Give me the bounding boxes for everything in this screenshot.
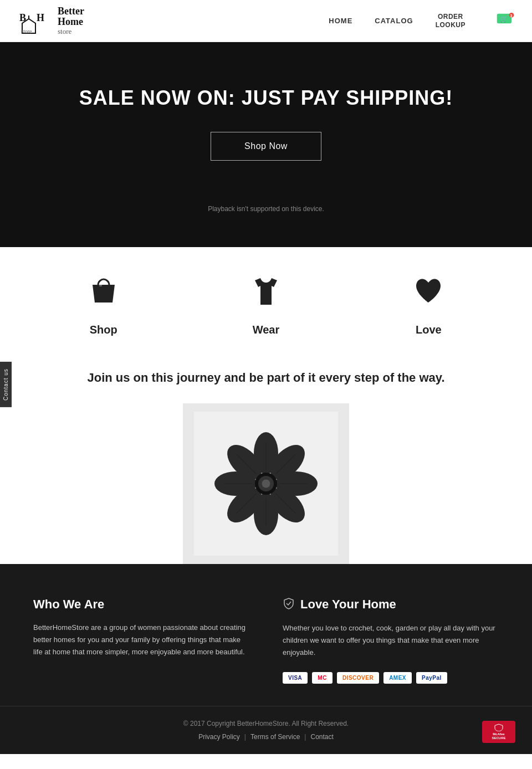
footer-contact-link[interactable]: Contact	[310, 733, 333, 741]
nav-home[interactable]: HOME	[329, 17, 352, 25]
paypal-badge: PayPal	[416, 672, 447, 684]
hero-headline: SALE NOW ON: JUST PAY SHIPPING!	[11, 86, 521, 110]
svg-text:3: 3	[510, 13, 512, 17]
playback-note: Playback isn't supported on this device.	[11, 205, 521, 213]
cart-icon: 🛒 3	[496, 12, 515, 28]
journey-heading: Join us on this journey and be part of i…	[44, 370, 488, 387]
who-we-are-col: Who We Are BetterHomeStore are a group o…	[33, 597, 249, 684]
footer-divider-2: |	[304, 733, 306, 741]
payment-icons: VISA MC DISCOVER AMEX PayPal	[283, 672, 499, 684]
feature-shop: Shop	[22, 275, 185, 336]
svg-text:store: store	[21, 28, 32, 34]
logo-line1: Better	[58, 6, 84, 17]
features-section: Shop Wear Love	[0, 247, 532, 358]
main-nav: B H store Better Home store HOME CATALOG…	[0, 0, 532, 42]
mcafee-badge: McAfeeSECURE	[482, 721, 515, 743]
footer-divider-1: |	[244, 733, 246, 741]
who-we-are-body: BetterHomeStore are a group of women pas…	[33, 622, 249, 658]
love-your-home-col: Love Your Home Whether you love to croch…	[283, 597, 499, 684]
nav-order-lookup[interactable]: ORDER LOOKUP	[436, 13, 466, 29]
visa-badge: VISA	[283, 672, 308, 684]
shop-now-button[interactable]: Shop Now	[211, 132, 321, 161]
cart-button[interactable]: 🛒 3	[496, 12, 515, 30]
footer-privacy-link[interactable]: Privacy Policy	[198, 733, 240, 741]
mastercard-badge: MC	[312, 672, 332, 684]
footer: © 2017 Copyright BetterHomeStore. All Ri…	[0, 706, 532, 754]
svg-point-21	[262, 479, 270, 488]
logo-line3: store	[58, 28, 84, 35]
shop-label: Shop	[33, 324, 173, 336]
dark-info-section: Who We Are BetterHomeStore are a group o…	[0, 564, 532, 706]
love-icon	[359, 275, 499, 315]
journey-section: Join us on this journey and be part of i…	[0, 358, 532, 564]
wear-icon	[196, 275, 336, 315]
svg-text:🛒: 🛒	[500, 14, 508, 22]
nav-catalog[interactable]: CATALOG	[375, 17, 413, 25]
amex-badge: AMEX	[383, 672, 412, 684]
contact-us-tab[interactable]: Contact us	[0, 362, 12, 407]
love-your-home-body: Whether you love to crochet, cook, garde…	[283, 622, 499, 659]
love-label: Love	[359, 324, 499, 336]
footer-copyright: © 2017 Copyright BetterHomeStore. All Ri…	[11, 720, 521, 727]
logo-icon: B H store	[17, 6, 55, 36]
feature-love: Love	[347, 275, 510, 336]
product-image	[183, 403, 349, 564]
logo-line2: Home	[58, 17, 84, 28]
discover-badge: DISCOVER	[337, 672, 379, 684]
love-your-home-heading: Love Your Home	[283, 597, 499, 612]
nav-links: HOME CATALOG ORDER LOOKUP 🛒 3	[329, 12, 515, 30]
footer-terms-link[interactable]: Terms of Service	[250, 733, 300, 741]
hero-section: SALE NOW ON: JUST PAY SHIPPING! Shop Now…	[0, 42, 532, 247]
wear-label: Wear	[196, 324, 336, 336]
feature-wear: Wear	[185, 275, 347, 336]
crochet-flower-image	[194, 412, 338, 556]
who-we-are-heading: Who We Are	[33, 597, 249, 612]
svg-text:H: H	[37, 12, 44, 23]
shop-icon	[33, 275, 173, 315]
logo[interactable]: B H store Better Home store	[17, 6, 84, 36]
shield-icon	[283, 597, 295, 612]
svg-rect-9	[99, 284, 102, 286]
